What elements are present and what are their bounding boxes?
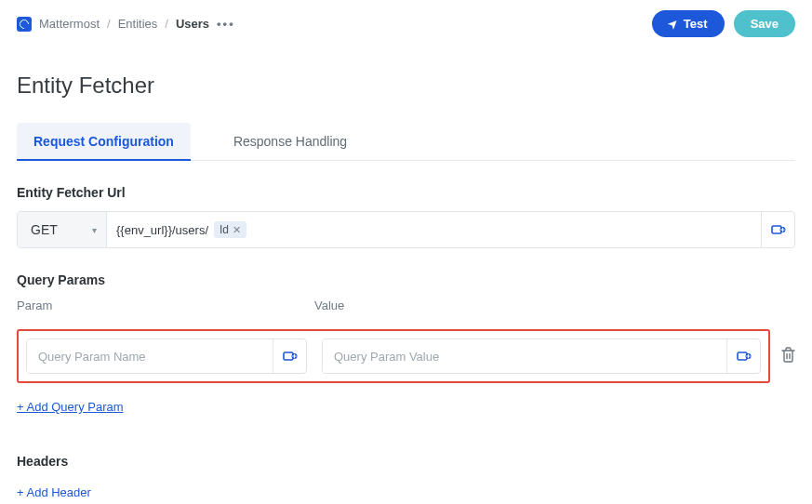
breadcrumb-entities[interactable]: Entities xyxy=(118,17,158,31)
app-logo-icon xyxy=(17,17,32,32)
http-method-select[interactable]: GET ▾ xyxy=(18,212,107,247)
header-actions: ➤ Test Save xyxy=(652,10,795,37)
http-method-value: GET xyxy=(31,222,58,237)
param-name-inject-button[interactable] xyxy=(273,339,306,373)
breadcrumb-current: Users xyxy=(176,17,209,31)
test-button-label: Test xyxy=(684,17,708,31)
param-name-input[interactable] xyxy=(27,339,273,373)
param-name-field xyxy=(26,338,307,374)
param-value-input[interactable] xyxy=(323,339,726,373)
col-header-param: Param xyxy=(17,298,298,312)
rocket-icon: ➤ xyxy=(665,16,681,32)
inject-icon xyxy=(770,221,787,238)
breadcrumb-sep-2: / xyxy=(165,17,168,31)
param-value-inject-button[interactable] xyxy=(726,339,760,373)
test-button[interactable]: ➤ Test xyxy=(652,10,725,37)
add-query-param-link[interactable]: + Add Query Param xyxy=(17,400,124,414)
breadcrumb-sep-1: / xyxy=(107,17,111,31)
url-token-chip[interactable]: Id ✕ xyxy=(214,221,246,238)
remove-token-icon[interactable]: ✕ xyxy=(233,224,241,236)
highlighted-param-row xyxy=(17,329,770,383)
query-params-label: Query Params xyxy=(17,272,795,287)
headers-label: Headers xyxy=(17,454,795,469)
delete-param-button[interactable] xyxy=(781,347,795,366)
url-input[interactable]: {{env_url}}/users/ Id ✕ xyxy=(107,212,761,247)
page-title: Entity Fetcher xyxy=(17,73,795,99)
inject-icon xyxy=(736,348,752,365)
chevron-down-icon: ▾ xyxy=(92,225,97,235)
breadcrumb: Mattermost / Entities / Users ••• xyxy=(17,17,235,32)
save-button-label: Save xyxy=(751,17,779,31)
add-header-link[interactable]: + Add Header xyxy=(17,485,91,499)
url-token-label: Id xyxy=(220,223,229,236)
breadcrumb-more-icon[interactable]: ••• xyxy=(217,17,235,31)
param-value-field xyxy=(322,338,761,374)
url-row: GET ▾ {{env_url}}/users/ Id ✕ xyxy=(17,211,795,248)
tab-response-handling[interactable]: Response Handling xyxy=(217,123,364,160)
main-content: Entity Fetcher Request Configuration Res… xyxy=(0,37,812,500)
tab-request-configuration[interactable]: Request Configuration xyxy=(17,123,191,160)
breadcrumb-root[interactable]: Mattermost xyxy=(39,17,100,31)
col-header-value: Value xyxy=(314,298,795,312)
url-section-label: Entity Fetcher Url xyxy=(17,185,795,200)
query-param-columns: Param Value xyxy=(17,298,795,312)
url-prefix-text: {{env_url}}/users/ xyxy=(116,223,208,237)
save-button[interactable]: Save xyxy=(734,10,795,37)
inject-icon xyxy=(282,348,299,365)
url-inject-button[interactable] xyxy=(761,212,794,247)
top-header: Mattermost / Entities / Users ••• ➤ Test… xyxy=(0,0,812,37)
query-param-row xyxy=(17,318,795,394)
tabbar: Request Configuration Response Handling xyxy=(17,123,795,161)
